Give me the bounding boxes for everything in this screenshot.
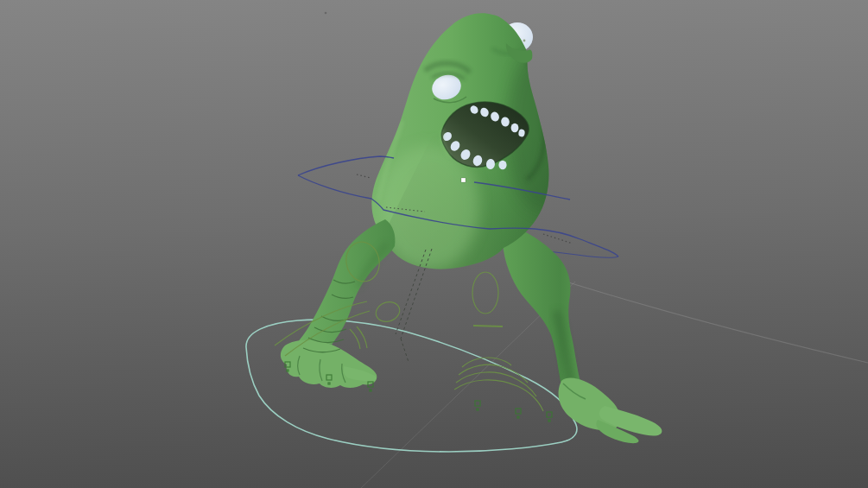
dust-speck [325, 12, 327, 15]
grid-line [549, 276, 868, 363]
left-arm[interactable] [281, 219, 396, 388]
cv-tick [477, 409, 478, 410]
knee-bar-control[interactable] [473, 326, 503, 326]
wrist-side-arc[interactable] [357, 326, 367, 348]
right-leg[interactable] [503, 225, 662, 443]
cv-tick [370, 390, 371, 391]
forearm-ring-control[interactable] [373, 299, 402, 325]
tooth [511, 124, 519, 132]
scene-canvas[interactable] [0, 0, 868, 488]
cv-square[interactable] [516, 409, 521, 414]
3d-viewport[interactable] [0, 0, 868, 488]
foot-fan-arc[interactable] [462, 358, 511, 367]
cv-square[interactable] [475, 401, 480, 406]
grid-lines [360, 276, 868, 488]
cv-tick [548, 420, 550, 421]
locator-dot[interactable] [461, 178, 466, 182]
knee-ring-control[interactable] [472, 272, 498, 314]
tooth [498, 161, 506, 169]
joint-guide-dashed-lines [396, 249, 432, 362]
eye-speck [523, 40, 526, 42]
foot-fan-arc[interactable] [454, 380, 543, 411]
cv-square[interactable] [547, 412, 552, 417]
cv-tick [517, 416, 519, 418]
wrist-side-arc[interactable] [350, 329, 360, 349]
